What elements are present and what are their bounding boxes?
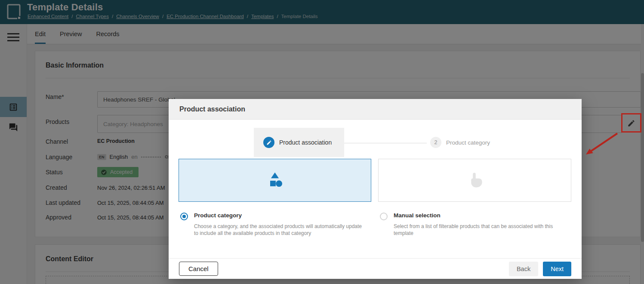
- product-category-radio[interactable]: [180, 213, 188, 220]
- manual-selection-option-description: Select from a list of filterable product…: [394, 223, 561, 237]
- cancel-button[interactable]: Cancel: [179, 262, 218, 276]
- modal-footer: Cancel Back Next: [169, 258, 582, 279]
- step-product-category: 2 Product category: [430, 137, 490, 148]
- step-2-number: 2: [430, 137, 441, 148]
- pencil-step-icon: [263, 137, 274, 148]
- hand-pointer-icon: [466, 171, 484, 189]
- product-category-option-description: Choose a category, and the associated pr…: [194, 223, 365, 237]
- next-button[interactable]: Next: [543, 262, 571, 276]
- modal-title: Product association: [179, 105, 245, 113]
- product-category-option[interactable]: Product category Choose a category, and …: [180, 212, 368, 237]
- category-shapes-icon: [265, 171, 285, 190]
- manual-selection-radio[interactable]: [380, 213, 388, 220]
- step-connector: [344, 143, 427, 143]
- annotation-highlight-box: [621, 113, 641, 133]
- annotation-arrow: [581, 129, 624, 159]
- manual-selection-option-title: Manual selection: [394, 212, 561, 219]
- step-1-label: Product association: [279, 139, 332, 146]
- product-category-option-title: Product category: [194, 212, 365, 219]
- step-product-association: Product association: [254, 128, 344, 157]
- product-category-card[interactable]: [179, 159, 371, 202]
- manual-selection-card[interactable]: [378, 159, 571, 202]
- step-2-label: Product category: [446, 139, 490, 146]
- modal-header: Product association: [169, 99, 582, 120]
- product-association-modal: Product association Product association …: [169, 99, 582, 279]
- back-button[interactable]: Back: [509, 262, 538, 276]
- manual-selection-option[interactable]: Manual selection Select from a list of f…: [380, 212, 561, 237]
